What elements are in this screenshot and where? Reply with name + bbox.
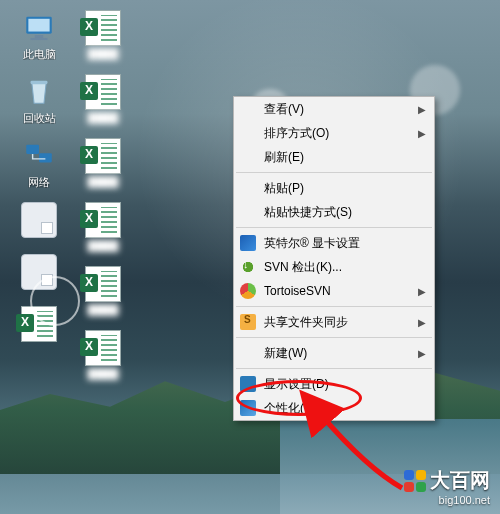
- menu-item-view[interactable]: 查看(V)▶: [234, 97, 434, 121]
- desktop-icon-generic[interactable]: [11, 202, 67, 240]
- display-settings-icon: [240, 376, 256, 392]
- menu-item-label: 粘贴快捷方式(S): [264, 204, 352, 221]
- desktop-icon-excel[interactable]: ████: [75, 330, 131, 380]
- menu-item-label: 共享文件夹同步: [264, 314, 348, 331]
- watermark-logo-icon: [404, 470, 426, 492]
- svn-checkout-icon: [240, 259, 256, 275]
- desktop-icon-label: ████: [87, 368, 118, 380]
- excel-file-icon: [85, 74, 121, 110]
- excel-file-icon: [85, 330, 121, 366]
- excel-file-icon: [85, 138, 121, 174]
- submenu-arrow-icon: ▶: [418, 317, 426, 328]
- menu-separator: [236, 172, 432, 173]
- desktop-icon-recycle-bin[interactable]: 回收站: [11, 74, 67, 124]
- tortoisesvn-icon: [240, 283, 256, 299]
- menu-item-new[interactable]: 新建(W)▶: [234, 341, 434, 365]
- this-pc-icon: [21, 10, 57, 46]
- menu-item-label: 粘贴(P): [264, 180, 304, 197]
- submenu-arrow-icon: ▶: [418, 104, 426, 115]
- menu-item-svn-checkout[interactable]: SVN 检出(K)...: [234, 255, 434, 279]
- menu-item-label: 刷新(E): [264, 149, 304, 166]
- menu-item-label: 显示设置(D): [264, 376, 329, 393]
- desktop-icon-excel[interactable]: ████: [75, 138, 131, 188]
- menu-item-tortoisesvn[interactable]: TortoiseSVN▶: [234, 279, 434, 303]
- menu-item-label: 个性化(R): [264, 400, 317, 417]
- menu-item-label: 排序方式(O): [264, 125, 329, 142]
- desktop-icons-col-2: ████ ████ ████ ████ ████ ████: [74, 10, 132, 380]
- menu-item-label: 查看(V): [264, 101, 304, 118]
- watermark-brand: 大百网: [430, 467, 490, 494]
- excel-file-icon: [85, 266, 121, 302]
- excel-file-icon: [85, 202, 121, 238]
- desktop-icon-label: ████: [87, 48, 118, 60]
- menu-item-label: 英特尔® 显卡设置: [264, 235, 360, 252]
- menu-item-sort[interactable]: 排序方式(O)▶: [234, 121, 434, 145]
- menu-item-display-settings[interactable]: 显示设置(D): [234, 372, 434, 396]
- menu-item-paste-shortcut[interactable]: 粘贴快捷方式(S): [234, 200, 434, 224]
- svg-rect-1: [28, 19, 49, 32]
- svg-rect-2: [35, 35, 44, 38]
- menu-separator: [236, 227, 432, 228]
- shared-folder-icon: [240, 314, 256, 330]
- submenu-arrow-icon: ▶: [418, 286, 426, 297]
- file-icon: [21, 202, 57, 238]
- svg-rect-5: [26, 145, 39, 154]
- intel-icon: [240, 235, 256, 251]
- desktop-icon-network[interactable]: 网络: [11, 138, 67, 188]
- menu-separator: [236, 337, 432, 338]
- desktop-icon-excel[interactable]: ████: [75, 10, 131, 60]
- desktop-icon-excel[interactable]: ████: [75, 202, 131, 252]
- svg-rect-6: [39, 153, 52, 162]
- menu-item-shared-folder-sync[interactable]: 共享文件夹同步▶: [234, 310, 434, 334]
- desktop-icon-label: 网络: [28, 176, 50, 188]
- submenu-arrow-icon: ▶: [418, 128, 426, 139]
- recycle-bin-icon: [21, 74, 57, 110]
- menu-item-label: TortoiseSVN: [264, 284, 331, 298]
- watermark: 大百网 big100.net: [404, 467, 490, 506]
- menu-item-refresh[interactable]: 刷新(E): [234, 145, 434, 169]
- desktop-icon-label: 此电脑: [23, 48, 56, 60]
- menu-separator: [236, 306, 432, 307]
- menu-item-intel-graphics[interactable]: 英特尔® 显卡设置: [234, 231, 434, 255]
- svg-rect-3: [31, 38, 48, 40]
- watermark-url: big100.net: [404, 494, 490, 506]
- desktop-icon-this-pc[interactable]: 此电脑: [11, 10, 67, 60]
- desktop-icon-label: ████: [87, 176, 118, 188]
- excel-file-icon: [85, 10, 121, 46]
- desktop-icon-label: ████: [87, 304, 118, 316]
- submenu-arrow-icon: ▶: [418, 348, 426, 359]
- desktop-icon-excel[interactable]: ████: [75, 74, 131, 124]
- menu-item-label: 新建(W): [264, 345, 307, 362]
- menu-item-paste[interactable]: 粘贴(P): [234, 176, 434, 200]
- desktop-context-menu: 查看(V)▶ 排序方式(O)▶ 刷新(E) 粘贴(P) 粘贴快捷方式(S) 英特…: [233, 96, 435, 421]
- assistive-hint-circle: [30, 276, 80, 326]
- desktop-icon-label: 回收站: [23, 112, 56, 124]
- personalize-icon: [240, 400, 256, 416]
- menu-separator: [236, 368, 432, 369]
- svg-rect-4: [31, 81, 48, 85]
- desktop-icon-label: ████: [87, 240, 118, 252]
- desktop-icon-excel[interactable]: ████: [75, 266, 131, 316]
- desktop[interactable]: 此电脑 回收站 网络 ████ ████ ██: [0, 0, 500, 514]
- desktop-icon-label: ████: [87, 112, 118, 124]
- menu-item-personalize[interactable]: 个性化(R): [234, 396, 434, 420]
- network-icon: [21, 138, 57, 174]
- menu-item-label: SVN 检出(K)...: [264, 259, 342, 276]
